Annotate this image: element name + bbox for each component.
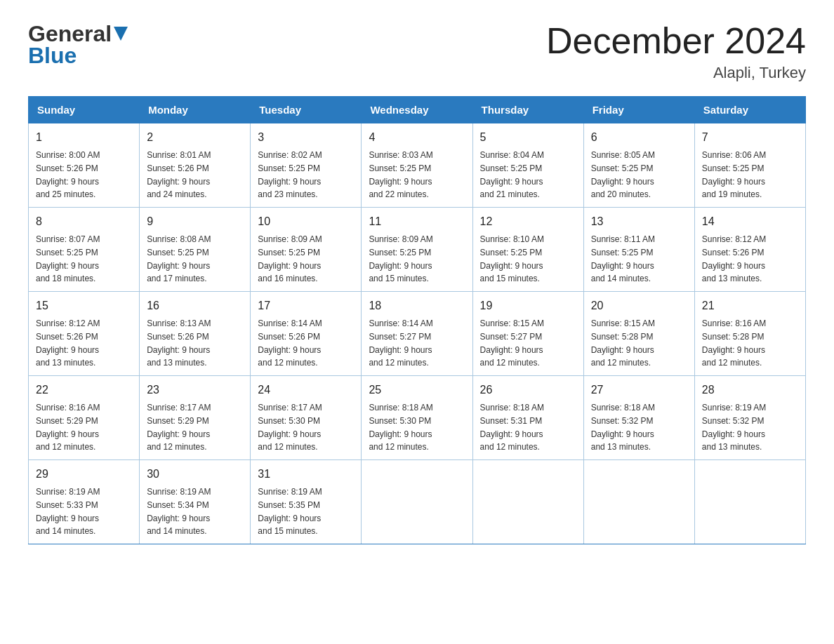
page-header: General Blue December 2024 Alapli, Turke… [28,21,806,82]
calendar-day-cell: 28 Sunrise: 8:19 AMSunset: 5:32 PMDaylig… [694,376,805,460]
day-number: 18 [369,297,465,314]
day-info: Sunrise: 8:19 AMSunset: 5:33 PMDaylight:… [36,487,100,536]
calendar-day-cell: 29 Sunrise: 8:19 AMSunset: 5:33 PMDaylig… [29,460,140,544]
header-tuesday: Tuesday [251,97,362,123]
calendar-day-cell: 31 Sunrise: 8:19 AMSunset: 5:35 PMDaylig… [251,460,362,544]
day-number: 27 [591,382,687,398]
day-number: 4 [369,129,465,146]
calendar-day-cell: 30 Sunrise: 8:19 AMSunset: 5:34 PMDaylig… [140,460,251,544]
calendar-day-cell: 25 Sunrise: 8:18 AMSunset: 5:30 PMDaylig… [362,376,472,460]
calendar-week-row: 15 Sunrise: 8:12 AMSunset: 5:26 PMDaylig… [29,292,806,376]
day-info: Sunrise: 8:18 AMSunset: 5:30 PMDaylight:… [369,403,432,452]
calendar-week-row: 8 Sunrise: 8:07 AMSunset: 5:25 PMDayligh… [29,208,806,292]
day-info: Sunrise: 8:19 AMSunset: 5:35 PMDaylight:… [258,487,322,536]
day-info: Sunrise: 8:14 AMSunset: 5:26 PMDaylight:… [258,318,322,368]
calendar-day-cell: 5 Sunrise: 8:04 AMSunset: 5:25 PMDayligh… [472,123,583,208]
day-number: 9 [147,213,243,230]
calendar-day-cell: 22 Sunrise: 8:16 AMSunset: 5:29 PMDaylig… [29,376,140,460]
day-info: Sunrise: 8:03 AMSunset: 5:25 PMDaylight:… [369,150,432,199]
day-number: 17 [258,297,354,314]
day-info: Sunrise: 8:14 AMSunset: 5:27 PMDaylight:… [369,318,432,368]
day-info: Sunrise: 8:19 AMSunset: 5:34 PMDaylight:… [147,487,211,536]
day-number: 14 [702,213,798,230]
header-sunday: Sunday [29,97,140,123]
day-info: Sunrise: 8:06 AMSunset: 5:25 PMDaylight:… [702,150,766,199]
day-number: 1 [36,129,132,146]
calendar-day-cell: 21 Sunrise: 8:16 AMSunset: 5:28 PMDaylig… [694,292,805,376]
calendar-day-cell [362,460,472,544]
calendar-subtitle: Alapli, Turkey [546,64,806,82]
header-thursday: Thursday [472,97,583,123]
day-info: Sunrise: 8:00 AMSunset: 5:26 PMDaylight:… [36,150,100,199]
day-number: 21 [702,297,798,314]
day-number: 16 [147,297,243,314]
day-info: Sunrise: 8:15 AMSunset: 5:27 PMDaylight:… [480,318,544,368]
day-number: 26 [480,382,576,398]
calendar-day-cell: 24 Sunrise: 8:17 AMSunset: 5:30 PMDaylig… [251,376,362,460]
svg-marker-0 [114,27,128,41]
header-monday: Monday [140,97,251,123]
day-number: 11 [369,213,465,230]
day-number: 8 [36,213,132,230]
logo-blue: Blue [28,43,77,69]
logo-triangle-icon [114,27,128,43]
day-info: Sunrise: 8:10 AMSunset: 5:25 PMDaylight:… [480,234,544,283]
day-number: 29 [36,466,132,483]
day-info: Sunrise: 8:05 AMSunset: 5:25 PMDaylight:… [591,150,655,199]
calendar-day-cell: 14 Sunrise: 8:12 AMSunset: 5:26 PMDaylig… [694,208,805,292]
header-friday: Friday [583,97,694,123]
day-number: 19 [480,297,576,314]
day-info: Sunrise: 8:18 AMSunset: 5:31 PMDaylight:… [480,403,544,452]
calendar-week-row: 22 Sunrise: 8:16 AMSunset: 5:29 PMDaylig… [29,376,806,460]
day-number: 5 [480,129,576,146]
day-number: 7 [702,129,798,146]
day-info: Sunrise: 8:17 AMSunset: 5:29 PMDaylight:… [147,403,211,452]
day-info: Sunrise: 8:11 AMSunset: 5:25 PMDaylight:… [591,234,655,283]
calendar-day-cell: 7 Sunrise: 8:06 AMSunset: 5:25 PMDayligh… [694,123,805,208]
calendar-day-cell: 6 Sunrise: 8:05 AMSunset: 5:25 PMDayligh… [583,123,694,208]
calendar-week-row: 1 Sunrise: 8:00 AMSunset: 5:26 PMDayligh… [29,123,806,208]
day-info: Sunrise: 8:16 AMSunset: 5:29 PMDaylight:… [36,403,100,452]
calendar-day-cell: 20 Sunrise: 8:15 AMSunset: 5:28 PMDaylig… [583,292,694,376]
calendar-day-cell: 16 Sunrise: 8:13 AMSunset: 5:26 PMDaylig… [140,292,251,376]
calendar-day-cell: 2 Sunrise: 8:01 AMSunset: 5:26 PMDayligh… [140,123,251,208]
calendar-day-cell: 17 Sunrise: 8:14 AMSunset: 5:26 PMDaylig… [251,292,362,376]
day-number: 31 [258,466,354,483]
calendar-day-cell: 12 Sunrise: 8:10 AMSunset: 5:25 PMDaylig… [472,208,583,292]
day-number: 20 [591,297,687,314]
calendar-day-cell [472,460,583,544]
calendar-day-cell: 18 Sunrise: 8:14 AMSunset: 5:27 PMDaylig… [362,292,472,376]
calendar-day-cell: 4 Sunrise: 8:03 AMSunset: 5:25 PMDayligh… [362,123,472,208]
day-number: 30 [147,466,243,483]
calendar-day-cell: 27 Sunrise: 8:18 AMSunset: 5:32 PMDaylig… [583,376,694,460]
day-info: Sunrise: 8:19 AMSunset: 5:32 PMDaylight:… [702,403,766,452]
calendar-day-cell: 26 Sunrise: 8:18 AMSunset: 5:31 PMDaylig… [472,376,583,460]
calendar-title: December 2024 [546,21,806,61]
day-number: 13 [591,213,687,230]
day-info: Sunrise: 8:09 AMSunset: 5:25 PMDaylight:… [258,234,322,283]
calendar-header-row: Sunday Monday Tuesday Wednesday Thursday… [29,97,806,123]
day-number: 28 [702,382,798,398]
calendar-day-cell: 23 Sunrise: 8:17 AMSunset: 5:29 PMDaylig… [140,376,251,460]
day-number: 22 [36,382,132,398]
day-info: Sunrise: 8:13 AMSunset: 5:26 PMDaylight:… [147,318,211,368]
day-info: Sunrise: 8:07 AMSunset: 5:25 PMDaylight:… [36,234,100,283]
calendar-day-cell: 8 Sunrise: 8:07 AMSunset: 5:25 PMDayligh… [29,208,140,292]
day-number: 24 [258,382,354,398]
calendar-day-cell: 10 Sunrise: 8:09 AMSunset: 5:25 PMDaylig… [251,208,362,292]
calendar-day-cell [694,460,805,544]
day-number: 10 [258,213,354,230]
calendar-day-cell: 13 Sunrise: 8:11 AMSunset: 5:25 PMDaylig… [583,208,694,292]
header-wednesday: Wednesday [362,97,472,123]
day-info: Sunrise: 8:12 AMSunset: 5:26 PMDaylight:… [36,318,100,368]
calendar-day-cell [583,460,694,544]
calendar-week-row: 29 Sunrise: 8:19 AMSunset: 5:33 PMDaylig… [29,460,806,544]
day-info: Sunrise: 8:08 AMSunset: 5:25 PMDaylight:… [147,234,211,283]
day-info: Sunrise: 8:16 AMSunset: 5:28 PMDaylight:… [702,318,766,368]
calendar-day-cell: 19 Sunrise: 8:15 AMSunset: 5:27 PMDaylig… [472,292,583,376]
day-info: Sunrise: 8:12 AMSunset: 5:26 PMDaylight:… [702,234,766,283]
calendar-day-cell: 11 Sunrise: 8:09 AMSunset: 5:25 PMDaylig… [362,208,472,292]
calendar-table: Sunday Monday Tuesday Wednesday Thursday… [28,96,806,544]
title-block: December 2024 Alapli, Turkey [546,21,806,82]
logo: General Blue [28,21,128,69]
